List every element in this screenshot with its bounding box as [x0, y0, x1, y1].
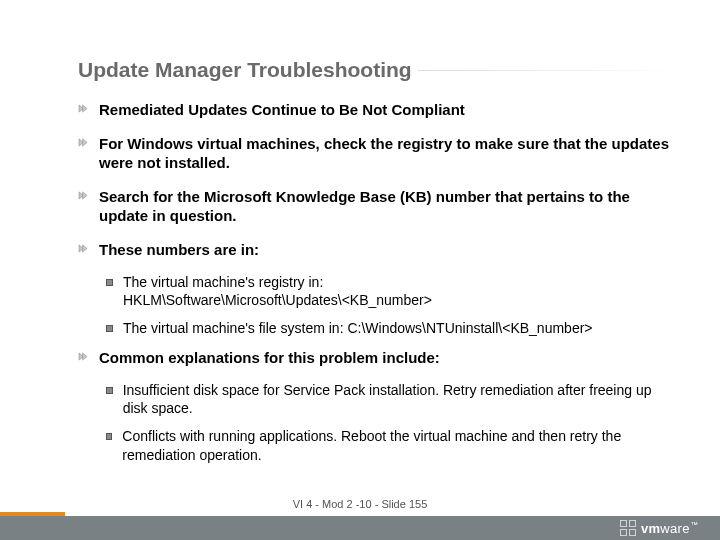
footer: VI 4 - Mod 2 -10 - Slide 155 vmware™: [0, 504, 720, 540]
list-item: The virtual machine's file system in: C:…: [106, 319, 680, 337]
slide-title: Update Manager Troubleshooting: [78, 58, 418, 82]
bullet-text: Insufficient disk space for Service Pack…: [123, 381, 680, 417]
logo-vm: vm: [641, 521, 660, 536]
bullet-text: For Windows virtual machines, check the …: [99, 134, 680, 173]
list-item: Insufficient disk space for Service Pack…: [106, 381, 680, 417]
footer-bar: vmware™: [0, 516, 720, 540]
bullet-text: Common explanations for this problem inc…: [99, 348, 440, 368]
chevron-icon: [78, 138, 89, 173]
trademark-icon: ™: [691, 521, 698, 528]
title-divider: [418, 70, 680, 71]
chevron-icon: [78, 191, 89, 226]
bullet-line: HKLM\Software\Microsoft\Updates\<KB_numb…: [123, 291, 432, 309]
square-icon: [106, 387, 113, 394]
vmware-logo: vmware™: [620, 519, 698, 537]
content-area: Update Manager Troubleshooting Remediate…: [78, 58, 680, 474]
square-icon: [106, 279, 113, 286]
title-row: Update Manager Troubleshooting: [78, 58, 680, 82]
chevron-icon: [78, 352, 89, 368]
slide: Update Manager Troubleshooting Remediate…: [0, 0, 720, 540]
chevron-icon: [78, 244, 89, 260]
footer-module-text: VI 4 - Mod 2 -10 - Slide: [293, 498, 406, 510]
bullet-text: Remediated Updates Continue to Be Not Co…: [99, 100, 465, 120]
list-item: The virtual machine's registry in: HKLM\…: [106, 273, 680, 309]
logo-mark-icon: [620, 520, 636, 536]
bullet-text: Search for the Microsoft Knowledge Base …: [99, 187, 680, 226]
bullet-list: Remediated Updates Continue to Be Not Co…: [78, 100, 680, 464]
bullet-text: These numbers are in:: [99, 240, 259, 260]
bullet-line: The virtual machine's registry in:: [123, 273, 432, 291]
square-icon: [106, 325, 113, 332]
bullet-text: The virtual machine's registry in: HKLM\…: [123, 273, 432, 309]
footer-page-number: 155: [409, 498, 427, 510]
bullet-text: Conflicts with running applications. Reb…: [122, 427, 680, 463]
list-item: These numbers are in:: [78, 240, 680, 260]
bullet-text: The virtual machine's file system in: C:…: [123, 319, 593, 337]
list-item: For Windows virtual machines, check the …: [78, 134, 680, 173]
list-item: Conflicts with running applications. Reb…: [106, 427, 680, 463]
list-item: Common explanations for this problem inc…: [78, 348, 680, 368]
square-icon: [106, 433, 112, 440]
logo-text: vmware™: [641, 521, 698, 536]
footer-label: VI 4 - Mod 2 -10 - Slide 155: [0, 498, 720, 510]
list-item: Search for the Microsoft Knowledge Base …: [78, 187, 680, 226]
chevron-icon: [78, 104, 89, 120]
logo-ware: ware: [660, 521, 689, 536]
list-item: Remediated Updates Continue to Be Not Co…: [78, 100, 680, 120]
